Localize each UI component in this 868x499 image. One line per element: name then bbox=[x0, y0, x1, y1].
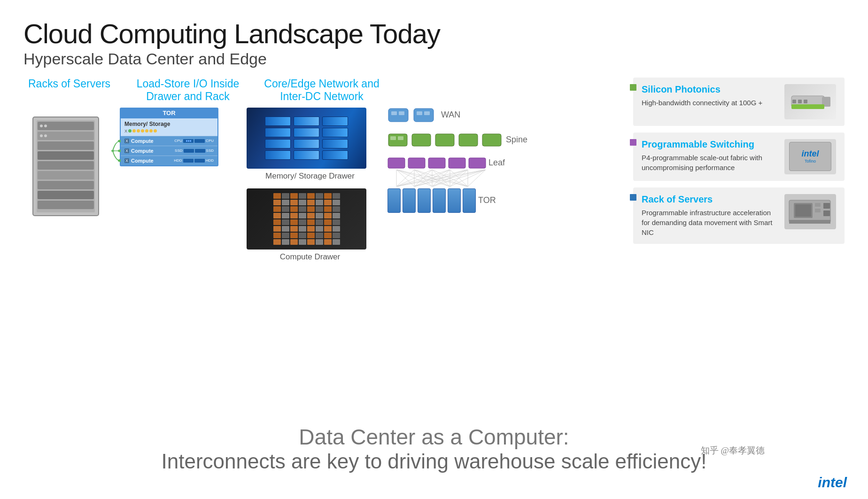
photo-section: Memory/ Storage Drawer bbox=[247, 108, 373, 262]
svg-rect-71 bbox=[798, 100, 802, 103]
svg-rect-80 bbox=[815, 209, 821, 212]
purple-bar bbox=[630, 139, 636, 146]
svg-rect-6 bbox=[38, 161, 94, 170]
svg-rect-70 bbox=[792, 100, 796, 103]
svg-rect-29 bbox=[435, 134, 454, 146]
title-section: Cloud Computing Landscape Today Hypersca… bbox=[23, 19, 845, 68]
compute-drawer-photo: Compute Drawer bbox=[247, 188, 373, 262]
network-topology: WAN bbox=[388, 108, 528, 217]
svg-rect-23 bbox=[417, 111, 422, 115]
svg-rect-5 bbox=[38, 151, 94, 160]
svg-line-62 bbox=[468, 170, 486, 187]
compute-drawer-label: Compute Drawer bbox=[247, 252, 373, 262]
silicon-photonics-image bbox=[784, 84, 836, 119]
svg-point-11 bbox=[40, 125, 43, 127]
svg-rect-72 bbox=[804, 100, 807, 103]
mesh-lines bbox=[388, 170, 514, 187]
intel-logo-bottom: intel bbox=[818, 475, 847, 491]
leaf-section: Leaf bbox=[388, 157, 528, 213]
svg-rect-7 bbox=[38, 171, 94, 179]
svg-rect-69 bbox=[791, 104, 824, 109]
memory-storage-photo: Memory/ Storage Drawer bbox=[247, 108, 373, 181]
slide: Cloud Computing Landscape Today Hypersca… bbox=[0, 0, 868, 499]
svg-rect-28 bbox=[412, 134, 431, 146]
silicon-photonics-card: Silicon Photonics High-bandwidth connect… bbox=[633, 78, 845, 126]
spine-node-5 bbox=[481, 133, 502, 147]
compute-ssd-section: X Compute SSD SSD bbox=[121, 146, 217, 156]
sub-title: Hyperscale Data Center and Edge bbox=[23, 50, 845, 68]
col-header-racks: Racks of Servers bbox=[28, 78, 120, 103]
svg-line-63 bbox=[396, 170, 486, 187]
intel-chip-image: intel Tofino bbox=[784, 139, 836, 174]
svg-point-18 bbox=[111, 150, 114, 152]
col-header-loadstore: Load-Store I/O Inside Drawer and Rack bbox=[120, 78, 256, 103]
programmable-switching-card: Programmable Switching P4-programmable s… bbox=[633, 133, 845, 181]
tor-row: TOR bbox=[388, 188, 528, 213]
svg-rect-20 bbox=[391, 111, 397, 115]
wan-node-1 bbox=[388, 108, 409, 123]
svg-point-14 bbox=[44, 134, 47, 137]
rack-network-diagram: TOR Memory/ Storage X bbox=[120, 108, 237, 166]
svg-rect-32 bbox=[388, 158, 405, 168]
svg-rect-27 bbox=[398, 136, 403, 140]
svg-rect-30 bbox=[459, 134, 478, 146]
svg-rect-10 bbox=[38, 201, 94, 209]
silicon-desc: High-bandwidth connectivity at 100G + bbox=[642, 98, 778, 108]
svg-point-13 bbox=[40, 134, 43, 137]
svg-rect-74 bbox=[789, 220, 830, 224]
compute-cpu-section: X Compute CPU bbox=[121, 136, 217, 146]
svg-rect-24 bbox=[424, 111, 430, 115]
green-bar bbox=[630, 84, 636, 91]
svg-rect-34 bbox=[428, 158, 445, 168]
spine-node-2 bbox=[411, 133, 432, 147]
svg-rect-22 bbox=[414, 109, 434, 122]
spine-node-1 bbox=[388, 133, 408, 147]
blue-bar bbox=[630, 194, 636, 201]
svg-rect-76 bbox=[823, 211, 830, 216]
svg-rect-35 bbox=[449, 158, 465, 168]
svg-rect-31 bbox=[482, 134, 501, 146]
col-header-network: Core/Edge Network and Inter-DC Network bbox=[256, 78, 388, 103]
switching-title: Programmable Switching bbox=[642, 139, 778, 150]
nic-card-image bbox=[784, 194, 836, 229]
watermark: 知乎 @奉孝翼德 bbox=[701, 444, 765, 457]
svg-rect-9 bbox=[38, 191, 94, 199]
main-title: Cloud Computing Landscape Today bbox=[23, 19, 845, 49]
svg-rect-33 bbox=[408, 158, 425, 168]
spine-node-3 bbox=[434, 133, 455, 147]
compute-hdd-section: X Compute HDD HDD bbox=[121, 156, 217, 165]
svg-rect-4 bbox=[38, 141, 94, 150]
svg-rect-78 bbox=[795, 204, 811, 217]
wan-label: WAN bbox=[441, 110, 460, 120]
svg-rect-21 bbox=[399, 111, 404, 115]
svg-rect-79 bbox=[815, 203, 821, 207]
right-panel: Silicon Photonics High-bandwidth connect… bbox=[633, 78, 845, 262]
memory-storage-section: Memory/ Storage X bbox=[121, 118, 217, 136]
switching-desc: P4-programmable scale-out fabric with un… bbox=[642, 153, 778, 172]
tor-header: TOR bbox=[120, 108, 218, 118]
spine-node-4 bbox=[458, 133, 479, 147]
svg-rect-36 bbox=[469, 158, 486, 168]
tor-bottom-label: TOR bbox=[478, 195, 496, 205]
server-rack-diagram bbox=[28, 115, 120, 220]
memory-storage-label: Memory/ Storage Drawer bbox=[247, 172, 373, 181]
silicon-title: Silicon Photonics bbox=[642, 84, 778, 95]
svg-rect-26 bbox=[390, 136, 396, 140]
leaf-label: Leaf bbox=[488, 158, 505, 168]
wan-node-2 bbox=[413, 108, 434, 123]
svg-point-12 bbox=[44, 125, 47, 127]
spine-label: Spine bbox=[506, 135, 527, 145]
rack-servers-card: Rack of Servers Programmable infrastruct… bbox=[633, 187, 845, 244]
rack-desc: Programmable infrastructure acceleration… bbox=[642, 208, 778, 237]
rack-title: Rack of Servers bbox=[642, 194, 778, 205]
svg-rect-19 bbox=[388, 109, 408, 122]
svg-rect-75 bbox=[823, 203, 830, 209]
svg-rect-8 bbox=[38, 181, 94, 189]
